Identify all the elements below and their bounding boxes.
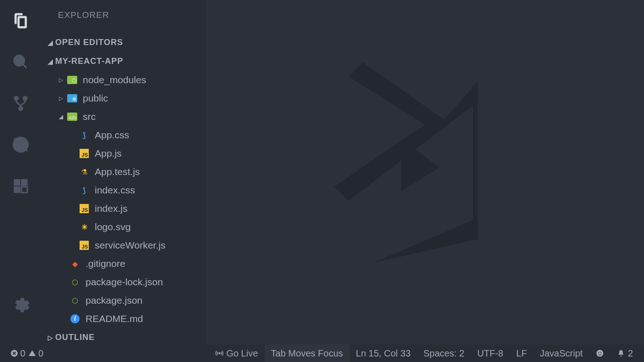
open-editors-section[interactable]: ◢ OPEN EDITORS bbox=[41, 33, 206, 52]
svg-point-16 bbox=[218, 353, 220, 354]
extensions-activity-icon[interactable] bbox=[9, 175, 32, 198]
folder-icon: </> bbox=[67, 112, 77, 122]
chevron-right-icon: ▷ bbox=[46, 334, 55, 341]
file-label: node_modules bbox=[83, 74, 146, 85]
file-label: serviceWorker.js bbox=[95, 240, 166, 251]
folder-src[interactable]: ◢ </> src bbox=[41, 107, 206, 126]
chevron-down-icon: ◢ bbox=[57, 113, 64, 120]
explorer-sidebar: EXPLORER ◢ OPEN EDITORS ◢ MY-REACT-APP ▷… bbox=[41, 0, 206, 345]
spaces-label: Spaces: 2 bbox=[424, 348, 465, 359]
js-file-icon: JS bbox=[79, 240, 89, 250]
status-indentation[interactable]: Spaces: 2 bbox=[417, 345, 471, 362]
source-control-activity-icon[interactable] bbox=[9, 92, 32, 115]
status-go-live[interactable]: Go Live bbox=[209, 345, 264, 362]
chevron-right-icon: ▷ bbox=[57, 77, 64, 83]
go-live-label: Go Live bbox=[226, 348, 258, 359]
file-label: App.css bbox=[95, 130, 129, 141]
file-tree: ▷ ⬡ node_modules ▷ ⊕ public ◢ </> src ⟆ … bbox=[41, 71, 206, 328]
svg-rect-11 bbox=[14, 180, 20, 186]
chevron-right-icon: ▷ bbox=[57, 95, 64, 102]
file-label: App.test.js bbox=[95, 166, 140, 177]
status-language[interactable]: JavaScript bbox=[534, 345, 589, 362]
project-section[interactable]: ◢ MY-REACT-APP bbox=[41, 52, 206, 71]
cursor-label: Ln 15, Col 33 bbox=[356, 348, 411, 359]
language-label: JavaScript bbox=[540, 348, 583, 359]
file-label: package.json bbox=[86, 295, 143, 306]
activity-bar bbox=[0, 0, 41, 345]
notification-count: 2 bbox=[628, 348, 633, 359]
status-problems[interactable]: 0 0 bbox=[8, 345, 50, 362]
css-file-icon: ⟆ bbox=[79, 130, 89, 140]
file-label: package-lock.json bbox=[86, 277, 163, 288]
status-encoding[interactable]: UTF-8 bbox=[471, 345, 510, 362]
warning-icon bbox=[28, 349, 36, 357]
warning-count: 0 bbox=[38, 348, 43, 359]
test-file-icon: ⚗ bbox=[79, 167, 89, 177]
explorer-activity-icon[interactable] bbox=[9, 9, 32, 32]
chevron-down-icon: ◢ bbox=[46, 39, 55, 46]
encoding-label: UTF-8 bbox=[477, 348, 503, 359]
file-app-js[interactable]: JS App.js bbox=[41, 144, 206, 163]
status-feedback[interactable] bbox=[589, 345, 610, 362]
sidebar-title: EXPLORER bbox=[41, 10, 206, 20]
broadcast-icon bbox=[215, 349, 224, 357]
search-activity-icon[interactable] bbox=[9, 51, 32, 74]
error-icon bbox=[10, 349, 18, 357]
svg-rect-12 bbox=[22, 180, 28, 186]
file-service-worker[interactable]: JS serviceWorker.js bbox=[41, 236, 206, 255]
file-package-lock[interactable]: ⬡ package-lock.json bbox=[41, 273, 206, 291]
svg-point-4 bbox=[19, 107, 23, 110]
svg-rect-14 bbox=[22, 187, 28, 193]
file-logo-svg[interactable]: ✳ logo.svg bbox=[41, 218, 206, 236]
folder-icon: ⊕ bbox=[67, 93, 77, 103]
file-readme[interactable]: i README.md bbox=[41, 310, 206, 328]
project-label: MY-REACT-APP bbox=[55, 57, 123, 66]
css-file-icon: ⟆ bbox=[79, 185, 89, 195]
folder-public[interactable]: ▷ ⊕ public bbox=[41, 89, 206, 107]
file-label: index.js bbox=[95, 203, 127, 214]
folder-icon: ⬡ bbox=[67, 75, 77, 85]
outline-label: OUTLINE bbox=[55, 333, 95, 342]
debug-activity-icon[interactable] bbox=[9, 133, 32, 156]
file-label: .gitignore bbox=[86, 258, 125, 269]
smiley-icon bbox=[596, 349, 604, 357]
node-file-icon: ⬡ bbox=[70, 295, 80, 305]
js-file-icon: JS bbox=[79, 204, 89, 214]
file-label: index.css bbox=[95, 185, 135, 196]
svg-point-18 bbox=[598, 352, 599, 353]
editor-area bbox=[206, 0, 644, 345]
svg-file-icon: ✳ bbox=[79, 222, 89, 232]
svg-point-17 bbox=[596, 350, 603, 357]
chevron-down-icon: ◢ bbox=[46, 58, 55, 65]
file-label: logo.svg bbox=[95, 221, 131, 232]
file-app-test[interactable]: ⚗ App.test.js bbox=[41, 163, 206, 181]
git-file-icon: ◆ bbox=[70, 259, 80, 269]
status-notifications[interactable]: 2 bbox=[610, 345, 639, 362]
svg-rect-13 bbox=[14, 187, 20, 193]
folder-node-modules[interactable]: ▷ ⬡ node_modules bbox=[41, 71, 206, 89]
status-eol[interactable]: LF bbox=[510, 345, 533, 362]
js-file-icon: JS bbox=[79, 148, 89, 158]
status-bar: 0 0 Go Live Tab Moves Focus Ln 15, Col 3… bbox=[0, 345, 644, 362]
svg-point-2 bbox=[15, 96, 18, 100]
file-label: src bbox=[83, 111, 96, 122]
svg-point-19 bbox=[600, 352, 601, 353]
file-label: App.js bbox=[95, 148, 121, 159]
node-file-icon: ⬡ bbox=[70, 277, 80, 287]
info-file-icon: i bbox=[70, 314, 80, 324]
settings-gear-icon[interactable] bbox=[9, 294, 32, 317]
eol-label: LF bbox=[516, 348, 527, 359]
file-index-js[interactable]: JS index.js bbox=[41, 199, 206, 218]
error-count: 0 bbox=[20, 348, 25, 359]
vscode-watermark-icon bbox=[305, 53, 545, 292]
svg-point-0 bbox=[14, 56, 24, 66]
status-tab-moves-focus[interactable]: Tab Moves Focus bbox=[264, 345, 350, 362]
file-package-json[interactable]: ⬡ package.json bbox=[41, 291, 206, 310]
file-index-css[interactable]: ⟆ index.css bbox=[41, 181, 206, 199]
open-editors-label: OPEN EDITORS bbox=[55, 38, 123, 47]
file-app-css[interactable]: ⟆ App.css bbox=[41, 126, 206, 144]
status-cursor-position[interactable]: Ln 15, Col 33 bbox=[350, 345, 417, 362]
outline-section[interactable]: ▷ OUTLINE bbox=[41, 328, 206, 345]
file-gitignore[interactable]: ◆ .gitignore bbox=[41, 255, 206, 273]
svg-line-1 bbox=[23, 64, 27, 68]
